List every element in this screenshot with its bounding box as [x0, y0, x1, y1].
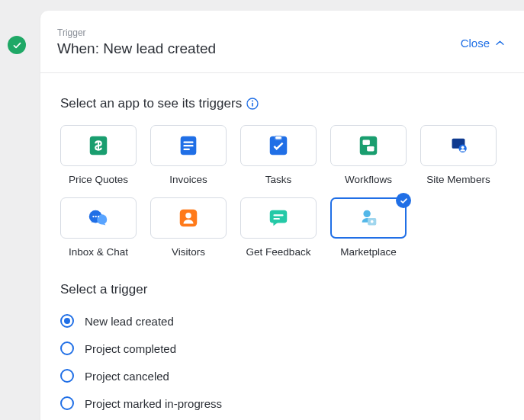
invoices-icon [177, 134, 200, 157]
close-button[interactable]: Close [461, 37, 504, 50]
app-label: Workflows [345, 174, 392, 185]
apps-grid: Price QuotesInvoicesTasksWorkflowsSite M… [60, 125, 504, 258]
app-label: Site Members [426, 174, 490, 185]
app-tile [150, 197, 227, 239]
app-label: Visitors [172, 246, 205, 258]
checkmark-icon [12, 40, 22, 50]
visitors-icon [177, 207, 200, 229]
svg-rect-25 [270, 210, 288, 223]
app-tile [240, 197, 317, 239]
header-section-label: Trigger [57, 27, 216, 38]
svg-rect-13 [363, 140, 370, 146]
app-item-invoices[interactable]: Invoices [150, 125, 227, 185]
radio-button [60, 341, 74, 355]
workflows-icon [357, 134, 380, 157]
app-label: Price Quotes [69, 174, 128, 185]
trigger-list: New lead createdProject completedProject… [60, 314, 504, 410]
app-tile [60, 197, 137, 239]
trigger-option[interactable]: Project marked in-progress [60, 396, 504, 410]
radio-button [60, 369, 74, 383]
svg-rect-7 [183, 149, 189, 150]
svg-point-30 [371, 220, 374, 223]
app-item-price-quotes[interactable]: Price Quotes [60, 125, 137, 185]
app-label: Invoices [169, 174, 207, 185]
trigger-option[interactable]: New lead created [60, 314, 504, 328]
trigger-option[interactable]: Project canceled [60, 369, 504, 383]
radio-button [60, 314, 74, 328]
app-item-get-feedback[interactable]: Get Feedback [240, 197, 317, 258]
svg-rect-27 [273, 218, 279, 220]
app-tile [60, 125, 137, 166]
trigger-option[interactable]: Project completed [60, 341, 504, 355]
close-label: Close [461, 37, 490, 50]
svg-rect-5 [183, 141, 193, 143]
checkmark-icon [400, 197, 408, 205]
app-item-visitors[interactable]: Visitors [150, 197, 227, 258]
app-label: Inbox & Chat [69, 246, 128, 258]
header-title: When: New lead created [57, 40, 216, 57]
svg-point-17 [461, 146, 465, 149]
svg-rect-26 [273, 214, 283, 216]
app-item-marketplace[interactable]: Marketplace [330, 197, 407, 258]
app-item-inbox-chat[interactable]: Inbox & Chat [60, 197, 137, 258]
trigger-card: Trigger When: New lead created Close Sel… [40, 11, 524, 420]
svg-point-20 [92, 216, 94, 217]
app-item-tasks[interactable]: Tasks [240, 125, 317, 185]
info-icon[interactable] [246, 98, 259, 110]
svg-point-24 [185, 213, 191, 219]
app-label: Get Feedback [246, 246, 311, 258]
radio-button [60, 396, 74, 410]
trigger-label: New lead created [85, 315, 174, 328]
card-header: Trigger When: New lead created Close [40, 11, 524, 73]
chevron-up-icon [496, 40, 504, 46]
tasks-icon [267, 134, 290, 157]
app-tile [420, 125, 497, 166]
svg-rect-12 [360, 136, 378, 155]
trigger-section-title: Select a trigger [60, 282, 504, 297]
app-tile [240, 125, 317, 166]
apps-section-title: Select an app to see its triggers [60, 96, 242, 111]
marketplace-icon [357, 207, 380, 229]
svg-point-22 [98, 216, 99, 217]
selected-badge [396, 193, 411, 208]
app-label: Tasks [265, 174, 292, 185]
app-label: Marketplace [340, 246, 397, 258]
svg-rect-6 [183, 145, 193, 146]
step-complete-badge [8, 36, 26, 54]
trigger-label: Project canceled [85, 370, 169, 383]
app-tile [330, 125, 407, 166]
get-feedback-icon [267, 207, 290, 229]
svg-rect-14 [367, 146, 374, 152]
svg-rect-2 [252, 103, 253, 107]
app-item-workflows[interactable]: Workflows [330, 125, 407, 185]
trigger-label: Project completed [85, 342, 176, 355]
app-item-site-members[interactable]: Site Members [420, 125, 497, 185]
svg-rect-11 [275, 136, 281, 139]
trigger-label: Project marked in-progress [85, 397, 222, 410]
price-quotes-icon [87, 134, 110, 157]
site-members-icon [447, 134, 470, 157]
app-tile [330, 197, 407, 239]
inbox-chat-icon [87, 207, 110, 229]
svg-point-21 [95, 216, 97, 217]
svg-point-1 [252, 101, 253, 102]
app-tile [150, 125, 227, 166]
svg-point-28 [363, 210, 370, 217]
